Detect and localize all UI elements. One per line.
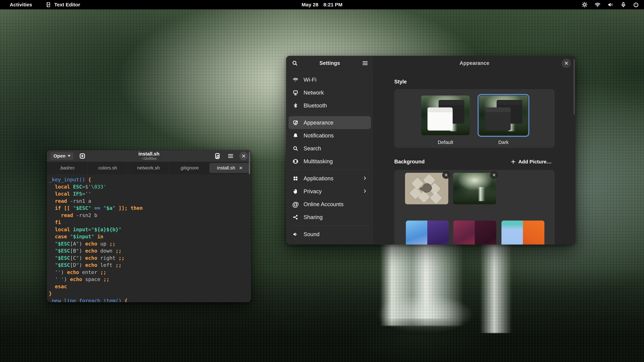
hamburger-menu-icon[interactable] [362,61,368,65]
new-tab-button[interactable] [78,152,87,160]
tab-gitignore[interactable]: .gitignore [169,162,210,174]
applications-grid-icon [293,176,298,181]
sidebar-item-privacy[interactable]: Privacy [288,185,371,198]
desktop: Activities Text Editor May 28 8:21 PM Op… [0,0,644,362]
sidebar-title: Settings [320,60,340,66]
sidebar-item-power[interactable]: Power [288,241,371,245]
code-line: local input="${a}${b}" [49,226,251,233]
battery-icon [293,244,298,245]
sidebar-item-appearance[interactable]: Appearance [288,116,371,129]
background-card [394,170,554,245]
custom-background-forest[interactable] [453,173,496,204]
chevron-right-icon [362,189,367,193]
settings-scrollbar[interactable] [574,59,575,114]
top-bar: Activities Text Editor May 28 8:21 PM [0,0,644,9]
text-editor-window: Open install.sh ~/dotfiles [47,150,251,302]
code-line: '') echo enter ;; [49,269,251,276]
preset-background-blue-purple[interactable] [406,221,449,245]
close-icon [239,166,243,170]
chevron-down-icon [68,155,70,157]
sidebar-item-bluetooth[interactable]: Bluetooth [288,99,371,112]
sidebar-item-online-accounts[interactable]: @ Online Accounts [288,198,371,211]
background-section-header: Background Add Picture… [394,157,554,166]
document-path: ~/dotfiles [138,156,160,161]
tab-bashrc[interactable]: .bashrc [47,162,88,174]
code-area[interactable]: _key_input() { local ESC=$'\033' local I… [47,174,251,302]
code-line: } [49,290,251,297]
sidebar-item-sharing[interactable]: Sharing [288,211,371,224]
appearance-icon [292,120,298,125]
custom-background-tiles[interactable] [405,173,448,204]
document-search-icon [214,153,221,159]
power-icon [633,2,639,8]
new-tab-icon [79,153,86,159]
sidebar-item-sound[interactable]: Sound [288,228,371,241]
sidebar-item-multitasking[interactable]: Multitasking [288,155,371,168]
code-line: "$ESC[B") echo down ;; [49,247,251,255]
clock-button[interactable]: May 28 8:21 PM [302,2,342,7]
code-line: "$ESC[C") echo right ;; [49,255,251,262]
sidebar-separator [290,226,369,226]
remove-background-button[interactable] [442,171,450,179]
open-button[interactable]: Open [50,152,74,160]
code-line: "$ESC[D") echo left ;; [49,262,251,269]
editor-headerbar: Open install.sh ~/dotfiles [47,150,251,162]
code-line: fi [49,219,251,226]
tab-network-sh[interactable]: network.sh [128,162,169,174]
close-icon [444,173,448,177]
tab-colors-sh[interactable]: colors.sh [88,162,128,174]
sidebar-item-wifi[interactable]: Wi-Fi [288,73,371,86]
document-title: install.sh [138,151,160,156]
volume-icon [608,2,614,8]
code-line: _new_line_foreach_item() { [49,297,251,302]
close-icon [242,154,246,158]
style-option-dark[interactable]: Dark [479,95,528,148]
code-line: read -rsn1 a [49,198,251,205]
editor-scrollbar[interactable] [249,152,250,174]
settings-close-button[interactable] [562,58,571,68]
main-menu-button[interactable] [226,152,235,160]
bluetooth-icon [293,103,298,109]
preset-backgrounds-row [394,221,554,245]
microphone-icon [620,2,626,8]
focused-app-menu[interactable]: Text Editor [46,2,80,7]
remove-background-button[interactable] [490,171,498,179]
clock-date: May 28 [302,2,318,7]
close-icon [492,173,496,177]
system-status-area[interactable] [582,2,639,8]
style-section-label: Style [394,79,576,85]
code-line: local ESC=$'\033' [49,183,251,191]
sidebar-item-applications[interactable]: Applications [288,172,371,185]
add-picture-button[interactable]: Add Picture… [508,157,554,166]
activities-button[interactable]: Activities [7,1,35,8]
editor-title-area: install.sh ~/dotfiles [138,151,160,161]
code-line: local IFS='' [49,190,251,198]
at-icon: @ [292,201,299,207]
focused-app-name: Text Editor [54,2,80,7]
style-dark-label: Dark [479,140,528,145]
plus-icon [511,159,516,164]
code-line: esac [49,283,251,290]
appearance-panel: Appearance Style Default [374,56,576,245]
search-document-button[interactable] [213,152,222,160]
editor-close-button[interactable] [239,152,248,160]
sidebar-item-network[interactable]: Network [288,86,371,99]
search-icon[interactable] [292,60,298,66]
appearance-headerbar: Appearance [374,56,576,70]
tab-install-sh-active[interactable]: install.sh [210,163,250,173]
style-option-default[interactable]: Default [421,95,470,148]
hamburger-menu-icon [228,154,233,158]
network-icon [292,90,298,95]
open-button-label: Open [54,153,66,159]
tab-close-button[interactable] [239,166,243,170]
sidebar-headerbar: Settings [286,56,373,70]
wifi-icon [594,2,601,8]
sidebar-item-notifications[interactable]: Notifications [288,129,371,142]
preset-background-drips[interactable] [502,221,544,245]
multitasking-icon [292,159,298,164]
search-icon [293,146,298,151]
chevron-right-icon [362,176,367,180]
sidebar-item-search[interactable]: Search [288,142,371,155]
appearance-scroll-area[interactable]: Style Default [374,71,576,245]
preset-background-red-waves[interactable] [453,221,496,245]
